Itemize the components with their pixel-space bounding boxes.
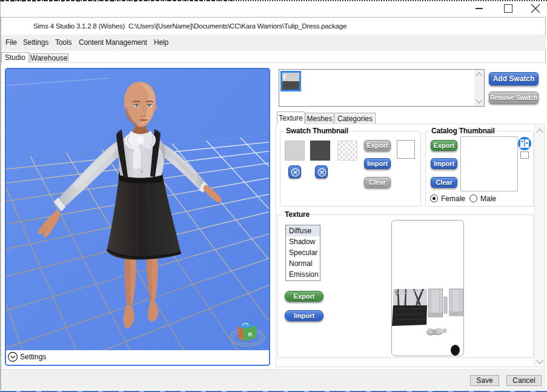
- svg-text:R: R: [248, 331, 253, 337]
